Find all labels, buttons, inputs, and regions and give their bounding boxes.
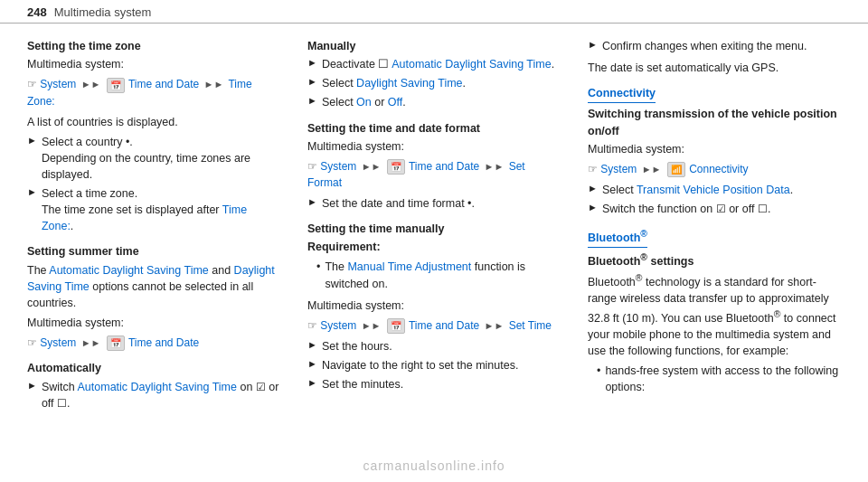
arrow-icon: ► xyxy=(588,38,598,52)
section-bluetooth-subtitle: Bluetooth® settings xyxy=(588,250,841,269)
section-date-format-title: Setting the time and date format xyxy=(307,120,561,137)
section-time-manually-title: Setting the time manually xyxy=(307,221,561,237)
list-item: ► Select a country •. Depending on the c… xyxy=(27,134,280,183)
section-connectivity-nav: ☞ System ►► 📶 Connectivity xyxy=(588,161,841,177)
checkbox-checked: ☑ xyxy=(256,381,266,393)
nav-chevron-2: ►► xyxy=(485,161,505,172)
nav-arrow-icon: ☞ xyxy=(588,163,598,175)
list-item-text: hands-free system with access to the fol… xyxy=(605,363,841,395)
nav-system: System xyxy=(320,160,356,173)
registered-superscript: ® xyxy=(640,229,647,239)
section-time-manually: Setting the time manually Requirement: •… xyxy=(307,221,561,392)
list-item-text: Select Transmit Vehicle Position Data. xyxy=(602,182,793,198)
checkbox-empty: ☐ xyxy=(57,397,67,410)
nav-time-date-icon: 📅 xyxy=(107,78,125,93)
nav-arrow-icon: ☞ xyxy=(27,336,37,349)
req-bold: Requirement: xyxy=(307,241,381,253)
auto-dst-link: Automatic Daylight Saving Time xyxy=(78,381,237,393)
list-item: ► Switch Automatic Daylight Saving Time … xyxy=(27,379,280,412)
list-item: ► Select Daylight Saving Time. xyxy=(307,75,561,91)
section-manually-title: Manually xyxy=(307,38,561,54)
arrow-icon: ► xyxy=(307,338,317,353)
dst-link: Daylight Saving Time xyxy=(356,77,462,90)
time-zone-bullets: ► Select a country •. Depending on the c… xyxy=(27,134,280,235)
nav-time-date: Time and Date xyxy=(128,336,199,349)
list-item-text: Switch Automatic Daylight Saving Time on… xyxy=(42,379,280,412)
nav-arrow-icon: ☞ xyxy=(307,160,317,173)
section-time-manually-nav: ☞ System ►► 📅 Time and Date ►► Set Time xyxy=(307,317,561,334)
list-item-text: Navigate to the right to set the minutes… xyxy=(322,357,518,373)
section-connectivity: Connectivity Switching transmission of t… xyxy=(588,85,841,217)
section-connectivity-title: Connectivity xyxy=(588,85,656,103)
list-item: ► Set the date and time format •. xyxy=(307,195,561,212)
nav-system: System xyxy=(40,78,76,90)
nav-time-date: Time and Date xyxy=(128,78,199,90)
list-item: ► Switch the function on ☑ or off ☐. xyxy=(588,201,841,217)
arrow-icon: ► xyxy=(27,134,37,148)
list-item-subtext: Depending on the country, time zones are… xyxy=(42,152,250,181)
nav-system: System xyxy=(320,319,356,332)
nav-time-date-icon: 📅 xyxy=(107,336,125,351)
nav-chevron-1: ►► xyxy=(81,337,101,348)
list-item: ► Deactivate ☐ Automatic Daylight Saving… xyxy=(307,56,561,72)
section-time-zone-body: A list of countries is displayed. xyxy=(27,114,280,130)
list-item: ► Select a time zone. The time zone set … xyxy=(27,185,280,234)
section-summer-time-intro: Multimedia system: xyxy=(27,315,280,331)
column-3: ► Confirm changes when exiting the menu.… xyxy=(588,38,841,421)
arrow-icon: ► xyxy=(27,185,37,200)
time-manually-bullets: ► Set the hours. ► Navigate to the right… xyxy=(307,338,561,392)
section-time-zone-intro: Multimedia system: xyxy=(27,56,280,72)
nav-chevron-2: ►► xyxy=(485,320,505,331)
nav-connectivity: Connectivity xyxy=(689,163,748,175)
nav-system: System xyxy=(40,336,76,349)
list-item-text: Select a time zone. The time zone set is… xyxy=(42,185,280,234)
off-link: Off xyxy=(388,96,402,109)
arrow-icon: ► xyxy=(307,75,317,90)
nav-arrow-icon: ☞ xyxy=(307,319,317,332)
nav-chevron-1: ►► xyxy=(362,320,382,331)
list-item: ► Set the hours. xyxy=(307,338,561,354)
list-item-text: Set the minutes. xyxy=(322,376,403,392)
registered-superscript-2: ® xyxy=(640,252,647,262)
list-item: ► Select Transmit Vehicle Position Data. xyxy=(588,182,841,198)
section-automatically: Automatically ► Switch Automatic Dayligh… xyxy=(27,360,280,411)
arrow-icon: ► xyxy=(307,195,317,210)
list-item-text: Set the hours. xyxy=(322,338,392,354)
list-item-text: Deactivate ☐ Automatic Daylight Saving T… xyxy=(322,56,554,72)
nav-chevron-1: ►► xyxy=(81,79,101,90)
section-bluetooth-body: Bluetooth® technology is a standard for … xyxy=(588,271,841,359)
nav-time-date: Time and Date xyxy=(409,160,479,173)
nav-set-time: Set Time xyxy=(509,319,552,332)
section-date-format-nav: ☞ System ►► 📅 Time and Date ►► Set Forma… xyxy=(307,158,561,191)
list-item-text: Confirm changes when exiting the menu. xyxy=(602,38,807,54)
manually-bullets: ► Deactivate ☐ Automatic Daylight Saving… xyxy=(307,56,561,110)
list-item: • The Manual Time Adjustment function is… xyxy=(316,259,561,291)
nav-system: System xyxy=(600,163,637,175)
arrow-icon: ► xyxy=(588,182,598,196)
requirement-dots: • The Manual Time Adjustment function is… xyxy=(307,259,561,291)
list-item-text: Switch the function on ☑ or off ☐. xyxy=(602,201,770,217)
list-item: ► Confirm changes when exiting the menu. xyxy=(588,38,841,54)
content-area: Setting the time zone Multimedia system:… xyxy=(0,24,868,435)
nav-chevron-1: ►► xyxy=(642,164,662,175)
section-confirm: ► Confirm changes when exiting the menu.… xyxy=(588,38,841,76)
section-connectivity-intro: Multimedia system: xyxy=(588,141,841,157)
nav-chevron-2: ►► xyxy=(204,79,224,90)
nav-time-date: Time and Date xyxy=(409,319,479,332)
section-date-format: Setting the time and date format Multime… xyxy=(307,120,561,213)
on-link: On xyxy=(356,96,372,109)
page-header-title: Multimedia system xyxy=(54,5,152,19)
watermark: carmanualsonline.info xyxy=(363,458,505,473)
nav-arrow-icon: ☞ xyxy=(27,78,37,90)
list-item-text: Select On or Off. xyxy=(322,94,406,110)
nav-time-date-icon: 📅 xyxy=(387,318,405,334)
nav-chevron-1: ►► xyxy=(362,161,382,172)
section-automatically-title: Automatically xyxy=(27,360,280,376)
column-1: Setting the time zone Multimedia system:… xyxy=(27,38,307,421)
column-2: Manually ► Deactivate ☐ Automatic Daylig… xyxy=(307,38,588,421)
automatically-bullets: ► Switch Automatic Daylight Saving Time … xyxy=(27,379,280,412)
list-item: ► Navigate to the right to set the minut… xyxy=(307,357,561,373)
date-format-bullets: ► Set the date and time format •. xyxy=(307,195,561,212)
arrow-icon: ► xyxy=(27,379,37,393)
list-item: ► Select On or Off. xyxy=(307,94,561,110)
